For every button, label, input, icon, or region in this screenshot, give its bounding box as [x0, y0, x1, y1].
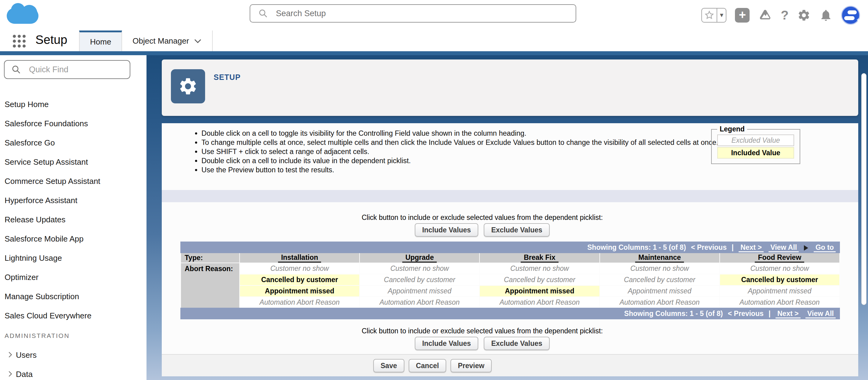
showing-columns-text: Showing Columns: 1 - 5 (of 8) [587, 243, 686, 251]
goto-arrow-icon [804, 245, 808, 251]
app-title: Setup [35, 33, 67, 47]
preview-button[interactable]: Preview [451, 359, 492, 372]
picklist-cell-excluded[interactable]: Automation Abort Reason [240, 297, 359, 308]
instruction-item: Double click on a cell to toggle its vis… [202, 129, 766, 138]
picklist-cell-excluded[interactable]: Customer no show [240, 263, 359, 274]
legend-title: Legend [717, 125, 747, 133]
view-all-link[interactable]: View All [805, 310, 836, 318]
column-header-maintenance[interactable]: Maintenance [600, 253, 719, 263]
pagination-top: Showing Columns: 1 - 5 (of 8) < Previous… [180, 242, 840, 253]
picklist-cell-included[interactable]: Cancelled by customer [720, 274, 839, 285]
picklist-cell-excluded[interactable]: Automation Abort Reason [720, 297, 839, 308]
help-icon[interactable]: ? [781, 8, 789, 23]
cancel-button[interactable]: Cancel [409, 359, 446, 372]
picklist-cell-excluded[interactable]: Appointment missed [600, 286, 719, 297]
quick-find-box[interactable] [4, 60, 130, 79]
sidebar-item-salesforce-go[interactable]: Salesforce Go [0, 133, 147, 152]
picklist-cell-included[interactable]: Appointment missed [480, 286, 599, 297]
column-header-food-review[interactable]: Food Review [720, 253, 839, 263]
sidebar-item-hyperforce-assistant[interactable]: Hyperforce Assistant [0, 191, 147, 210]
sidebar-item-setup-home[interactable]: Setup Home [0, 95, 147, 114]
header-actions: ▼ + ? + [701, 0, 860, 31]
sidebar-item-commerce-setup-assistant[interactable]: Commerce Setup Assistant [0, 172, 147, 191]
page-title: SETUP [214, 73, 241, 82]
sidebar-tree-item-users[interactable]: Users [0, 346, 147, 365]
next-link[interactable]: Next > [739, 243, 764, 252]
prompt-bottom: Click button to include or exclude selec… [162, 327, 803, 335]
sidebar-tree-item-data[interactable]: Data [0, 365, 147, 380]
exclude-values-button[interactable]: Exclude Values [484, 337, 549, 350]
sidebar-item-optimizer[interactable]: Optimizer [0, 268, 147, 287]
sidebar-tree-label: Users [16, 350, 37, 360]
search-input[interactable] [275, 8, 550, 19]
table-row: Appointment missedAppointment missedAppo… [181, 286, 839, 297]
setup-gear-icon[interactable] [797, 8, 811, 22]
picklist-cell-excluded[interactable]: Customer no show [600, 263, 719, 274]
goto-link[interactable]: Go to [814, 243, 836, 252]
app-launcher-icon[interactable] [13, 35, 26, 47]
sidebar-item-salesforce-foundations[interactable]: Salesforce Foundations [0, 114, 147, 133]
picklist-cell-excluded[interactable]: Customer no show [360, 263, 479, 274]
global-header: ▼ + ? + [0, 0, 868, 31]
trailhead-icon[interactable] [758, 9, 772, 22]
picklist-cell-excluded[interactable]: Automation Abort Reason [360, 297, 479, 308]
chevron-right-icon[interactable] [0, 371, 16, 378]
sidebar-menu: Setup HomeSalesforce FoundationsSalesfor… [0, 95, 147, 380]
main-content-area: SETUP Double click on a cell to toggle i… [147, 55, 868, 380]
pagination-bottom: Showing Columns: 1 - 5 (of 8) < Previous… [180, 308, 840, 319]
favorites-dropdown-icon[interactable]: ▼ [717, 8, 726, 23]
column-header-installation[interactable]: Installation [240, 253, 359, 263]
include-values-button[interactable]: Include Values [415, 223, 478, 237]
instruction-item: To change multiple cells at once, select… [202, 138, 766, 147]
exclude-values-button[interactable]: Exclude Values [484, 223, 549, 237]
picklist-cell-excluded[interactable]: Customer no show [720, 263, 839, 274]
column-header-upgrade[interactable]: Upgrade [360, 253, 479, 263]
section-divider-band [162, 190, 858, 202]
abort-reason-label: Abort Reason: [181, 263, 239, 308]
instruction-list: Double click on a cell to toggle its vis… [162, 129, 766, 174]
save-button[interactable]: Save [373, 359, 404, 372]
instruction-item: Use SHIFT + click to select a range of a… [202, 147, 766, 156]
global-search[interactable] [250, 4, 576, 23]
pagination-separator: | [769, 310, 770, 317]
picklist-cell-included[interactable]: Appointment missed [240, 286, 359, 297]
tab-object-manager[interactable]: Object Manager [122, 31, 213, 51]
showing-columns-text: Showing Columns: 1 - 5 (of 8) [624, 310, 723, 317]
sidebar-item-service-setup-assistant[interactable]: Service Setup Assistant [0, 152, 147, 172]
picklist-cell-excluded[interactable]: Automation Abort Reason [600, 297, 719, 308]
quick-create-icon[interactable]: + [735, 8, 750, 23]
previous-link: < Previous [728, 310, 764, 317]
picklist-cell-excluded[interactable]: Automation Abort Reason [480, 297, 599, 308]
setup-tile-gear-icon [171, 69, 205, 103]
view-all-link[interactable]: View All [769, 243, 799, 252]
picklist-cell-excluded[interactable]: Cancelled by customer [600, 274, 719, 285]
user-avatar[interactable]: + [841, 6, 860, 25]
favorites-control[interactable]: ▼ [701, 8, 726, 23]
search-icon [258, 8, 268, 18]
value-buttons-top: Include Values Exclude Values [162, 223, 803, 237]
legend-box: Legend Excluded Value Included Value [711, 125, 800, 164]
tab-home[interactable]: Home [79, 31, 122, 51]
page-scrollbar[interactable] [861, 73, 866, 305]
picklist-cell-included[interactable]: Cancelled by customer [240, 274, 359, 285]
picklist-cell-excluded[interactable]: Appointment missed [720, 286, 839, 297]
sidebar-item-salesforce-mobile-app[interactable]: Salesforce Mobile App [0, 229, 147, 248]
picklist-cell-excluded[interactable]: Appointment missed [360, 286, 479, 297]
column-header-break-fix[interactable]: Break Fix [480, 253, 599, 263]
chevron-right-icon[interactable] [0, 351, 16, 359]
include-values-button[interactable]: Include Values [415, 337, 478, 350]
sidebar-item-release-updates[interactable]: Release Updates [0, 210, 147, 229]
sidebar-item-manage-subscription[interactable]: Manage Subscription [0, 287, 147, 306]
picklist-cell-excluded[interactable]: Customer no show [480, 263, 599, 274]
salesforce-logo[interactable] [7, 3, 40, 24]
picklist-cell-excluded[interactable]: Cancelled by customer [360, 274, 479, 285]
favorites-star-icon[interactable] [702, 10, 717, 21]
next-link[interactable]: Next > [776, 310, 801, 318]
notifications-bell-icon[interactable] [819, 8, 833, 22]
sidebar-item-sales-cloud-everywhere[interactable]: Sales Cloud Everywhere [0, 306, 147, 325]
picklist-cell-excluded[interactable]: Cancelled by customer [480, 274, 599, 285]
picklist-edit-panel: Double click on a cell to toggle its vis… [162, 123, 858, 376]
sidebar-item-lightning-usage[interactable]: Lightning Usage [0, 248, 147, 268]
quick-find-input[interactable] [28, 65, 120, 75]
nav-accent-line [0, 51, 868, 55]
